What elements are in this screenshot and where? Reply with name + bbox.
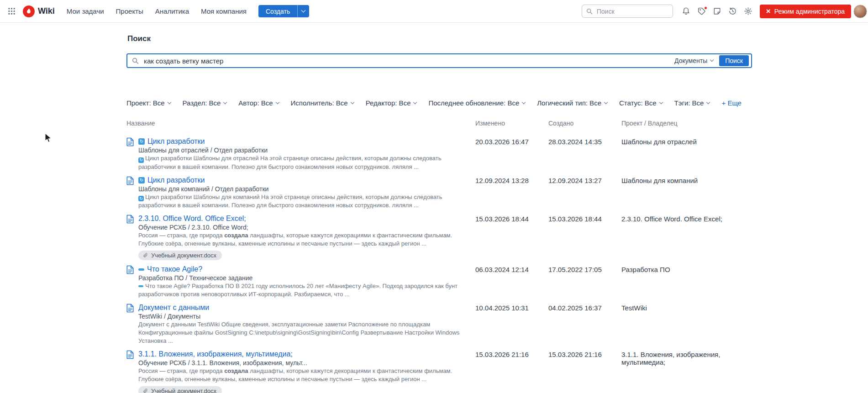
result-modified: 20.03.2026 16:47: [475, 137, 548, 146]
search-query-input[interactable]: [143, 57, 668, 65]
filter-assignee[interactable]: Исполнитель: Все: [291, 99, 354, 107]
main-nav: Мои задачи Проекты Аналитика Моя компани…: [67, 7, 247, 15]
document-icon: [126, 215, 134, 260]
navbar-search-input[interactable]: [596, 7, 668, 16]
nav-analytics[interactable]: Аналитика: [155, 7, 189, 15]
result-created: 12.09.2024 13:27: [548, 176, 621, 184]
chevron-down-icon: [223, 100, 227, 104]
chevron-down-icon: [350, 100, 354, 104]
chevron-down-icon: [522, 100, 526, 104]
create-dropdown-caret[interactable]: [297, 5, 309, 17]
admin-mode-button[interactable]: × Режим администратора: [760, 5, 851, 18]
result-title-link[interactable]: 2.3.10. Office Word. Office Excel;: [138, 214, 246, 223]
column-name: Название: [126, 120, 475, 127]
results-list: ↻ Цикл разработки Шаблоны для отраслей /…: [126, 137, 752, 393]
result-snippet: ↻Цикл разработки Шаблоны для отраслей На…: [138, 154, 464, 171]
result-title-link[interactable]: Что такое Agile?: [147, 265, 202, 274]
scope-label: Документы: [674, 57, 707, 64]
filter-editor[interactable]: Редактор: Все: [366, 99, 417, 107]
attachment-chip[interactable]: Учебный документ.docx: [138, 386, 222, 393]
result-snippet: Документ с данными TestWiki Общие сведен…: [138, 320, 464, 345]
chevron-down-icon: [659, 100, 663, 104]
result-row: 2.3.10. Office Word. Office Excel; Обуче…: [126, 214, 752, 260]
admin-mode-label: Режим администратора: [774, 8, 845, 15]
document-icon: [126, 350, 134, 393]
result-snippet: Россия — страна, где природа создала лан…: [138, 367, 464, 383]
document-icon: [126, 265, 134, 299]
dash-badge-icon: [138, 268, 144, 271]
chevron-down-icon: [413, 100, 417, 104]
search-submit-button[interactable]: Поиск: [719, 55, 749, 66]
result-created: 04.02.2025 16:37: [548, 303, 621, 312]
attachment-name: Учебный документ.docx: [151, 388, 216, 393]
chevron-down-icon: [275, 100, 279, 104]
chevron-down-icon: [167, 100, 171, 104]
apps-grid-icon[interactable]: [5, 5, 18, 18]
scope-dropdown[interactable]: Документы: [673, 57, 715, 64]
sync-badge-icon: ↻: [138, 177, 145, 183]
notification-dot: [704, 6, 707, 10]
filter-tags[interactable]: Тэги: Все: [674, 99, 710, 107]
chevron-down-icon: [301, 8, 306, 13]
navbar-search[interactable]: [582, 5, 673, 18]
sync-badge-icon: ↻: [138, 196, 144, 201]
result-project: Разработка ПО: [621, 265, 752, 273]
filter-section[interactable]: Раздел: Все: [183, 99, 227, 107]
filter-author[interactable]: Автор: Все: [238, 99, 279, 107]
column-created: Создано: [548, 120, 621, 127]
history-icon[interactable]: [726, 5, 740, 18]
filter-project[interactable]: Проект: Все: [126, 99, 171, 107]
result-snippet: ↻Цикл разработки Шаблоны для компаний На…: [138, 193, 464, 210]
result-title-link[interactable]: Цикл разработки: [147, 176, 205, 185]
filter-logical-type[interactable]: Логический тип: Все: [537, 99, 607, 107]
document-icon: [126, 176, 134, 210]
result-row: Что такое Agile? Разработка ПО / Техниче…: [126, 265, 752, 299]
search-icon: [586, 8, 593, 15]
result-breadcrumb[interactable]: Шаблоны для отраслей / Отдел разработки: [138, 146, 464, 154]
result-project: 2.3.10. Office Word. Office Excel;: [621, 214, 752, 223]
chevron-down-icon: [604, 100, 608, 104]
result-title-link[interactable]: 3.1.1. Вложения, изображения, мультимеди…: [138, 350, 293, 359]
result-created: 15.03.2026 18:44: [548, 214, 621, 223]
search-bar: Документы Поиск: [126, 53, 752, 68]
filter-last-update[interactable]: Последнее обновление: Все: [428, 99, 525, 107]
result-modified: 15.03.2026 18:44: [475, 214, 548, 223]
more-filters-button[interactable]: + Еще: [721, 99, 741, 107]
result-breadcrumb[interactable]: Обучение РСХБ / 2.3.10. Office Word;: [138, 223, 464, 231]
result-breadcrumb[interactable]: Обучение РСХБ / 3.1.1. Вложения, изображ…: [138, 359, 464, 367]
result-breadcrumb[interactable]: Шаблоны для компаний / Отдел разработки: [138, 185, 464, 193]
sync-badge-icon: ↻: [138, 138, 145, 145]
top-navbar: Wiki Мои задачи Проекты Аналитика Моя ко…: [0, 0, 868, 23]
results-header-row: Название Изменено Создано Проект / Владе…: [126, 120, 752, 127]
result-row: ↻ Цикл разработки Шаблоны для отраслей /…: [126, 137, 752, 171]
tag-icon[interactable]: [695, 5, 709, 18]
result-snippet: Россия — страна, где природа создала лан…: [138, 231, 464, 248]
result-title-link[interactable]: Цикл разработки: [147, 137, 205, 146]
avatar[interactable]: [853, 5, 867, 18]
create-button[interactable]: Создать: [258, 5, 309, 17]
search-page: Поиск Документы Поиск Проект: Все Раздел…: [126, 23, 752, 393]
logo[interactable]: Wiki: [23, 5, 55, 17]
page-title: Поиск: [127, 34, 752, 43]
chevron-down-icon: [710, 58, 714, 62]
result-title-link[interactable]: Документ с данными: [138, 303, 209, 312]
nav-my-tasks[interactable]: Мои задачи: [67, 7, 104, 15]
column-modified: Изменено: [475, 120, 548, 127]
settings-gear-icon[interactable]: [742, 5, 755, 18]
result-created: 28.03.2024 14:35: [548, 137, 621, 146]
nav-projects[interactable]: Проекты: [116, 7, 143, 15]
result-snippet: Что такое Agile? Разработка ПО В 2021 го…: [138, 282, 464, 299]
filters-row: Проект: Все Раздел: Все Автор: Все Испол…: [126, 99, 752, 107]
paperclip-icon: [142, 252, 148, 258]
result-modified: 12.09.2024 13:28: [475, 176, 548, 184]
bell-icon[interactable]: [679, 5, 693, 18]
logo-text: Wiki: [38, 6, 55, 16]
notes-icon[interactable]: [710, 5, 724, 18]
result-breadcrumb[interactable]: TestWiki / Документы: [138, 312, 464, 320]
attachment-chip[interactable]: Учебный документ.docx: [138, 251, 222, 260]
result-modified: 10.04.2025 10:31: [475, 303, 548, 312]
result-created: 17.05.2022 17:05: [548, 265, 621, 273]
nav-my-company[interactable]: Моя компания: [201, 7, 247, 15]
filter-status[interactable]: Статус: Все: [619, 99, 663, 107]
result-breadcrumb[interactable]: Разработка ПО / Техническое задание: [138, 274, 464, 282]
